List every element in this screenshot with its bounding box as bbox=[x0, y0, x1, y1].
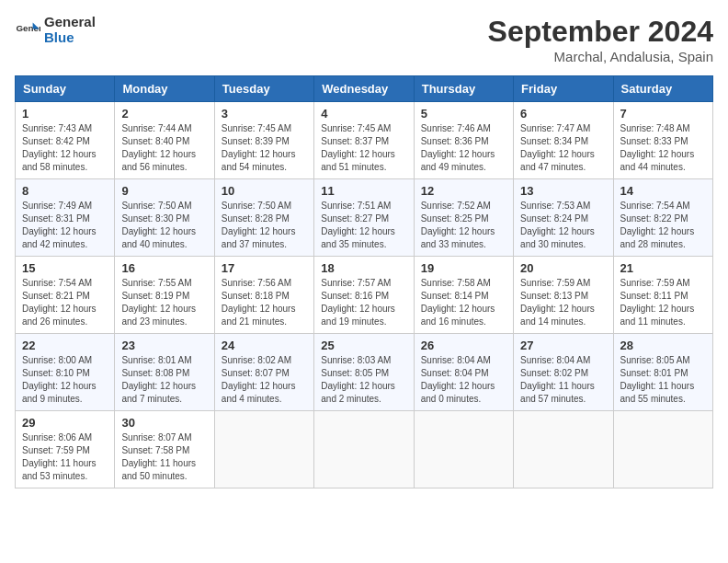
calendar-day-cell: 7Sunrise: 7:48 AMSunset: 8:33 PMDaylight… bbox=[613, 102, 712, 179]
calendar-body: 1Sunrise: 7:43 AMSunset: 8:42 PMDaylight… bbox=[16, 102, 713, 488]
calendar-week-row: 1Sunrise: 7:43 AMSunset: 8:42 PMDaylight… bbox=[16, 102, 713, 179]
calendar-day-cell: 29Sunrise: 8:06 AMSunset: 7:59 PMDayligh… bbox=[16, 411, 115, 488]
calendar-day-cell: 17Sunrise: 7:56 AMSunset: 8:18 PMDayligh… bbox=[214, 257, 313, 334]
calendar-day-cell: 15Sunrise: 7:54 AMSunset: 8:21 PMDayligh… bbox=[16, 257, 115, 334]
day-info: Sunrise: 7:51 AMSunset: 8:27 PMDaylight:… bbox=[321, 200, 406, 251]
calendar-day-cell: 13Sunrise: 7:53 AMSunset: 8:24 PMDayligh… bbox=[514, 179, 613, 257]
calendar-week-row: 8Sunrise: 7:49 AMSunset: 8:31 PMDaylight… bbox=[16, 179, 713, 257]
calendar-day-cell: 23Sunrise: 8:01 AMSunset: 8:08 PMDayligh… bbox=[115, 334, 214, 411]
month-title: September 2024 bbox=[488, 15, 713, 49]
calendar-day-cell: 1Sunrise: 7:43 AMSunset: 8:42 PMDaylight… bbox=[16, 102, 115, 179]
day-info: Sunrise: 7:54 AMSunset: 8:21 PMDaylight:… bbox=[22, 277, 108, 328]
day-info: Sunrise: 8:07 AMSunset: 7:58 PMDaylight:… bbox=[121, 431, 207, 483]
day-info: Sunrise: 7:50 AMSunset: 8:28 PMDaylight:… bbox=[222, 200, 307, 251]
calendar-day-cell: 4Sunrise: 7:45 AMSunset: 8:37 PMDaylight… bbox=[314, 102, 414, 179]
calendar-week-row: 29Sunrise: 8:06 AMSunset: 7:59 PMDayligh… bbox=[16, 411, 713, 488]
calendar-day-cell: 8Sunrise: 7:49 AMSunset: 8:31 PMDaylight… bbox=[16, 179, 115, 257]
day-number: 20 bbox=[520, 261, 606, 275]
calendar-day-cell: 26Sunrise: 8:04 AMSunset: 8:04 PMDayligh… bbox=[414, 334, 513, 411]
calendar-day-cell: 25Sunrise: 8:03 AMSunset: 8:05 PMDayligh… bbox=[314, 334, 414, 411]
calendar-day-cell bbox=[613, 411, 712, 488]
day-info: Sunrise: 7:44 AMSunset: 8:40 PMDaylight:… bbox=[121, 122, 207, 174]
logo-icon: General bbox=[15, 17, 40, 43]
calendar-day-cell: 27Sunrise: 8:04 AMSunset: 8:02 PMDayligh… bbox=[514, 334, 613, 411]
day-info: Sunrise: 7:56 AMSunset: 8:18 PMDaylight:… bbox=[222, 277, 307, 328]
calendar-day-cell bbox=[314, 411, 414, 488]
weekday-header-cell: Sunday bbox=[16, 76, 115, 102]
day-number: 18 bbox=[321, 261, 406, 275]
calendar-day-cell: 10Sunrise: 7:50 AMSunset: 8:28 PMDayligh… bbox=[214, 179, 313, 257]
calendar-day-cell bbox=[414, 411, 513, 488]
day-info: Sunrise: 8:03 AMSunset: 8:05 PMDaylight:… bbox=[321, 354, 406, 406]
calendar-day-cell: 18Sunrise: 7:57 AMSunset: 8:16 PMDayligh… bbox=[314, 257, 414, 334]
day-info: Sunrise: 7:45 AMSunset: 8:37 PMDaylight:… bbox=[321, 122, 406, 174]
day-number: 7 bbox=[620, 107, 706, 121]
day-number: 15 bbox=[22, 261, 108, 275]
day-info: Sunrise: 7:57 AMSunset: 8:16 PMDaylight:… bbox=[321, 277, 406, 328]
page-header: General General Blue September 2024 Marc… bbox=[15, 15, 713, 64]
calendar-day-cell: 2Sunrise: 7:44 AMSunset: 8:40 PMDaylight… bbox=[115, 102, 214, 179]
day-info: Sunrise: 8:06 AMSunset: 7:59 PMDaylight:… bbox=[22, 431, 108, 483]
day-number: 2 bbox=[121, 107, 207, 121]
day-number: 26 bbox=[421, 339, 506, 352]
day-number: 8 bbox=[22, 184, 108, 198]
day-info: Sunrise: 8:04 AMSunset: 8:04 PMDaylight:… bbox=[421, 354, 506, 406]
day-info: Sunrise: 7:48 AMSunset: 8:33 PMDaylight:… bbox=[620, 122, 706, 174]
day-info: Sunrise: 8:04 AMSunset: 8:02 PMDaylight:… bbox=[520, 354, 606, 406]
calendar-day-cell: 21Sunrise: 7:59 AMSunset: 8:11 PMDayligh… bbox=[613, 257, 712, 334]
day-number: 14 bbox=[620, 184, 706, 198]
day-number: 29 bbox=[22, 416, 108, 430]
day-number: 17 bbox=[222, 261, 307, 275]
day-number: 28 bbox=[620, 339, 706, 352]
day-number: 21 bbox=[620, 261, 706, 275]
day-number: 5 bbox=[421, 107, 506, 121]
calendar-day-cell: 22Sunrise: 8:00 AMSunset: 8:10 PMDayligh… bbox=[16, 334, 115, 411]
day-number: 19 bbox=[421, 261, 506, 275]
day-number: 6 bbox=[520, 107, 606, 121]
day-number: 25 bbox=[321, 339, 406, 352]
day-info: Sunrise: 8:01 AMSunset: 8:08 PMDaylight:… bbox=[121, 354, 207, 406]
weekday-header-row: SundayMondayTuesdayWednesdayThursdayFrid… bbox=[16, 76, 713, 102]
calendar-day-cell: 5Sunrise: 7:46 AMSunset: 8:36 PMDaylight… bbox=[414, 102, 513, 179]
calendar-day-cell: 9Sunrise: 7:50 AMSunset: 8:30 PMDaylight… bbox=[115, 179, 214, 257]
day-number: 24 bbox=[222, 339, 307, 352]
day-number: 9 bbox=[121, 184, 207, 198]
day-info: Sunrise: 7:58 AMSunset: 8:14 PMDaylight:… bbox=[421, 277, 506, 328]
day-number: 16 bbox=[121, 261, 207, 275]
day-number: 30 bbox=[121, 416, 207, 430]
day-info: Sunrise: 7:52 AMSunset: 8:25 PMDaylight:… bbox=[421, 200, 506, 251]
weekday-header-cell: Monday bbox=[115, 76, 214, 102]
day-number: 3 bbox=[222, 107, 307, 121]
day-number: 11 bbox=[321, 184, 406, 198]
day-info: Sunrise: 7:53 AMSunset: 8:24 PMDaylight:… bbox=[520, 200, 606, 251]
calendar-day-cell: 28Sunrise: 8:05 AMSunset: 8:01 PMDayligh… bbox=[613, 334, 712, 411]
calendar-day-cell: 16Sunrise: 7:55 AMSunset: 8:19 PMDayligh… bbox=[115, 257, 214, 334]
calendar-day-cell: 24Sunrise: 8:02 AMSunset: 8:07 PMDayligh… bbox=[214, 334, 313, 411]
calendar-week-row: 15Sunrise: 7:54 AMSunset: 8:21 PMDayligh… bbox=[16, 257, 713, 334]
weekday-header-cell: Friday bbox=[514, 76, 613, 102]
day-number: 1 bbox=[22, 107, 108, 121]
calendar-table: SundayMondayTuesdayWednesdayThursdayFrid… bbox=[15, 75, 713, 488]
calendar-day-cell: 12Sunrise: 7:52 AMSunset: 8:25 PMDayligh… bbox=[414, 179, 513, 257]
day-info: Sunrise: 7:59 AMSunset: 8:13 PMDaylight:… bbox=[520, 277, 606, 328]
day-info: Sunrise: 7:49 AMSunset: 8:31 PMDaylight:… bbox=[22, 200, 108, 251]
day-number: 12 bbox=[421, 184, 506, 198]
location-title: Marchal, Andalusia, Spain bbox=[488, 49, 713, 64]
day-info: Sunrise: 8:02 AMSunset: 8:07 PMDaylight:… bbox=[222, 354, 307, 406]
title-area: September 2024 Marchal, Andalusia, Spain bbox=[488, 15, 713, 64]
day-number: 10 bbox=[222, 184, 307, 198]
day-number: 27 bbox=[520, 339, 606, 352]
day-info: Sunrise: 7:59 AMSunset: 8:11 PMDaylight:… bbox=[620, 277, 706, 328]
weekday-header-cell: Tuesday bbox=[214, 76, 313, 102]
day-info: Sunrise: 7:46 AMSunset: 8:36 PMDaylight:… bbox=[421, 122, 506, 174]
day-number: 13 bbox=[520, 184, 606, 198]
calendar-day-cell: 6Sunrise: 7:47 AMSunset: 8:34 PMDaylight… bbox=[514, 102, 613, 179]
calendar-week-row: 22Sunrise: 8:00 AMSunset: 8:10 PMDayligh… bbox=[16, 334, 713, 411]
calendar-day-cell: 20Sunrise: 7:59 AMSunset: 8:13 PMDayligh… bbox=[514, 257, 613, 334]
day-info: Sunrise: 8:05 AMSunset: 8:01 PMDaylight:… bbox=[620, 354, 706, 406]
day-info: Sunrise: 7:50 AMSunset: 8:30 PMDaylight:… bbox=[121, 200, 207, 251]
day-info: Sunrise: 7:55 AMSunset: 8:19 PMDaylight:… bbox=[121, 277, 207, 328]
day-info: Sunrise: 7:45 AMSunset: 8:39 PMDaylight:… bbox=[222, 122, 307, 174]
calendar-day-cell bbox=[514, 411, 613, 488]
calendar-day-cell: 3Sunrise: 7:45 AMSunset: 8:39 PMDaylight… bbox=[214, 102, 313, 179]
